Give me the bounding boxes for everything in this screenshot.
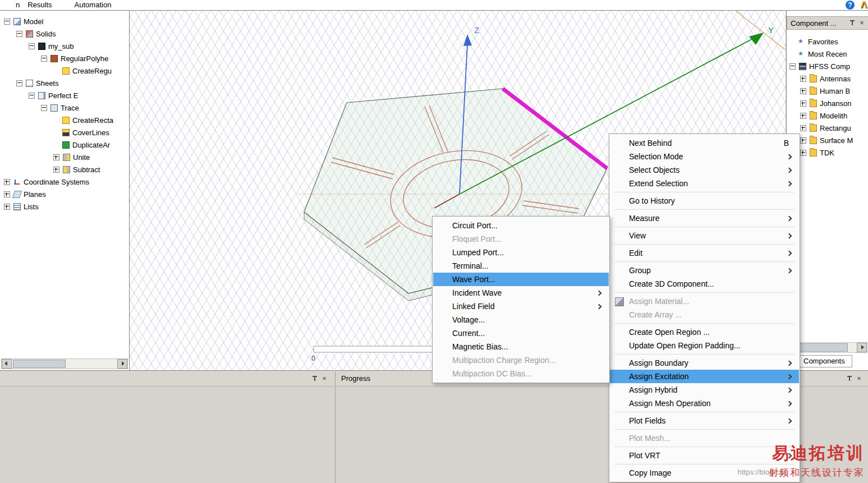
collapse-box-icon[interactable] <box>29 43 35 49</box>
menu-item-plot-fields[interactable]: Plot Fields <box>610 414 799 427</box>
expand-box-icon[interactable] <box>800 113 806 119</box>
menu-item-current[interactable]: Current... <box>433 326 609 340</box>
tree-item-lists[interactable]: Lists <box>0 200 129 213</box>
menu-item-wave-port[interactable]: Wave Port... <box>433 273 609 286</box>
menu-item-plot-vrt[interactable]: Plot VRT <box>610 449 799 462</box>
tab-components[interactable]: Components <box>796 355 852 367</box>
menu-item-assign-boundary[interactable]: Assign Boundary <box>610 356 799 370</box>
collapse-box-icon[interactable] <box>4 19 10 25</box>
menu-item-multipaction-dc-bias[interactable]: Multipaction DC Bias... <box>433 367 609 380</box>
help-icon[interactable] <box>846 1 855 10</box>
message-panel-header[interactable] <box>0 371 334 387</box>
menu-item-assign-mesh-operation[interactable]: Assign Mesh Operation <box>610 397 799 410</box>
menu-item-voltage[interactable]: Voltage... <box>433 313 609 326</box>
expand-box-icon[interactable] <box>53 154 59 160</box>
tree-item-duplicate-around[interactable]: DuplicateAr <box>0 139 129 151</box>
menubar-item-partial[interactable]: n <box>12 0 23 10</box>
tree-item-cover-lines[interactable]: CoverLines <box>0 126 129 139</box>
menu-item-view[interactable]: View <box>610 229 799 242</box>
tree-item-coordinate-systems[interactable]: Coordinate Systems <box>0 176 129 188</box>
component-item-antennas[interactable]: Antennas <box>787 72 868 85</box>
tree-item-regular-polyhedron[interactable]: RegularPolyhe <box>0 52 129 65</box>
component-item-most-recent[interactable]: Most Recen <box>787 48 868 60</box>
menu-item-label: Lumped Port... <box>452 248 504 257</box>
tree-item-model[interactable]: Model <box>0 15 129 27</box>
menu-item-magnetic-bias[interactable]: Magnetic Bias... <box>433 340 609 353</box>
menu-item-floquet-port[interactable]: Floquet Port... <box>433 232 609 246</box>
component-item-favorites[interactable]: Favorites <box>787 35 868 48</box>
expand-box-icon[interactable] <box>800 150 806 156</box>
menu-item-multipaction-charge-region[interactable]: Multipaction Charge Region... <box>433 353 609 367</box>
menu-item-lumped-port[interactable]: Lumped Port... <box>433 246 609 259</box>
expand-box-icon[interactable] <box>800 137 806 144</box>
scroll-right-icon[interactable] <box>857 343 867 352</box>
scrollbar-thumb[interactable] <box>800 343 848 352</box>
tree-item-sheets[interactable]: Sheets <box>0 77 129 89</box>
collapse-box-icon[interactable] <box>16 31 22 37</box>
collapse-box-icon[interactable] <box>789 63 796 70</box>
tree-item-create-regular-polyhedron[interactable]: CreateRegu <box>0 65 129 77</box>
scrollbar-thumb[interactable] <box>13 360 66 368</box>
expand-box-icon[interactable] <box>800 88 806 94</box>
component-item-human-body[interactable]: Human B <box>787 85 868 97</box>
menu-item-update-open-region-padding[interactable]: Update Open Region Padding... <box>610 339 799 352</box>
menu-item-circuit-port[interactable]: Circuit Port... <box>433 219 609 232</box>
component-panel-header[interactable]: Component ... <box>787 16 868 30</box>
menu-item-assign-material[interactable]: Assign Material... <box>610 295 799 308</box>
expand-box-icon[interactable] <box>4 191 10 197</box>
menu-item-select-objects[interactable]: Select Objects <box>610 163 799 177</box>
pin-icon[interactable] <box>849 20 856 26</box>
tree-item-label: my_sub <box>48 42 74 50</box>
menu-item-group[interactable]: Group <box>610 264 799 277</box>
tree-item-create-rectangle[interactable]: CreateRecta <box>0 114 129 126</box>
tree-item-planes[interactable]: Planes <box>0 188 129 200</box>
menu-item-create-open-region[interactable]: Create Open Region ... <box>610 325 799 339</box>
tree-item-trace[interactable]: Trace <box>0 102 129 114</box>
menu-item-selection-mode[interactable]: Selection Mode <box>610 150 799 163</box>
expand-box-icon[interactable] <box>4 204 10 210</box>
collapse-box-icon[interactable] <box>16 80 22 86</box>
tree-item-perfect-e[interactable]: Perfect E <box>0 89 129 102</box>
menubar-item-automation[interactable]: Automation <box>71 0 115 10</box>
menu-item-assign-excitation[interactable]: Assign Excitation <box>610 370 799 383</box>
expand-box-icon[interactable] <box>800 76 806 82</box>
menu-item-incident-wave[interactable]: Incident Wave <box>433 286 609 300</box>
menu-item-create-array[interactable]: Create Array ... <box>610 308 799 321</box>
menu-item-measure[interactable]: Measure <box>610 211 799 225</box>
component-item-johanson[interactable]: Johanson <box>787 97 868 109</box>
collapse-box-icon[interactable] <box>41 105 47 111</box>
expand-box-icon[interactable] <box>53 167 59 173</box>
menu-item-create-3d-component[interactable]: Create 3D Component... <box>610 277 799 291</box>
tree-item-subtract[interactable]: Subtract <box>0 163 129 176</box>
menu-item-assign-hybrid[interactable]: Assign Hybrid <box>610 383 799 397</box>
menu-item-edit[interactable]: Edit <box>610 246 799 260</box>
menu-item-plot-mesh[interactable]: Plot Mesh... <box>610 431 799 445</box>
menu-item-next-behind[interactable]: Next BehindB <box>610 136 799 150</box>
component-item-modelithics[interactable]: Modelith <box>787 109 868 122</box>
expand-box-icon[interactable] <box>800 125 806 131</box>
menu-item-terminal[interactable]: Terminal... <box>433 259 609 273</box>
tree-horizontal-scrollbar[interactable] <box>1 358 128 369</box>
tree-item-unite[interactable]: Unite <box>0 151 129 163</box>
pin-icon[interactable] <box>311 375 318 382</box>
tree-item-my-sub[interactable]: my_sub <box>0 40 129 52</box>
scroll-right-icon[interactable] <box>117 359 127 369</box>
close-icon[interactable] <box>320 375 328 383</box>
create-operation-icon <box>62 117 70 124</box>
expand-box-icon[interactable] <box>800 100 806 107</box>
tree-item-solids[interactable]: Solids <box>0 27 129 40</box>
component-item-rectangular[interactable]: Rectangu <box>787 122 868 134</box>
menubar-item-results[interactable]: Results <box>24 0 55 10</box>
menu-item-extend-selection[interactable]: Extend Selection <box>610 177 799 190</box>
menu-item-linked-field[interactable]: Linked Field <box>433 300 609 313</box>
menu-item-go-to-history[interactable]: Go to History <box>610 194 799 208</box>
collapse-box-icon[interactable] <box>41 56 47 62</box>
pin-icon[interactable] <box>846 375 853 382</box>
scroll-left-icon[interactable] <box>2 359 12 369</box>
component-item-hfss-components[interactable]: HFSS Comp <box>787 60 868 72</box>
menu-item-label: Plot Mesh... <box>629 434 670 443</box>
close-icon[interactable] <box>858 19 866 27</box>
close-icon[interactable] <box>855 375 863 383</box>
expand-box-icon[interactable] <box>4 179 10 185</box>
collapse-box-icon[interactable] <box>29 93 35 99</box>
